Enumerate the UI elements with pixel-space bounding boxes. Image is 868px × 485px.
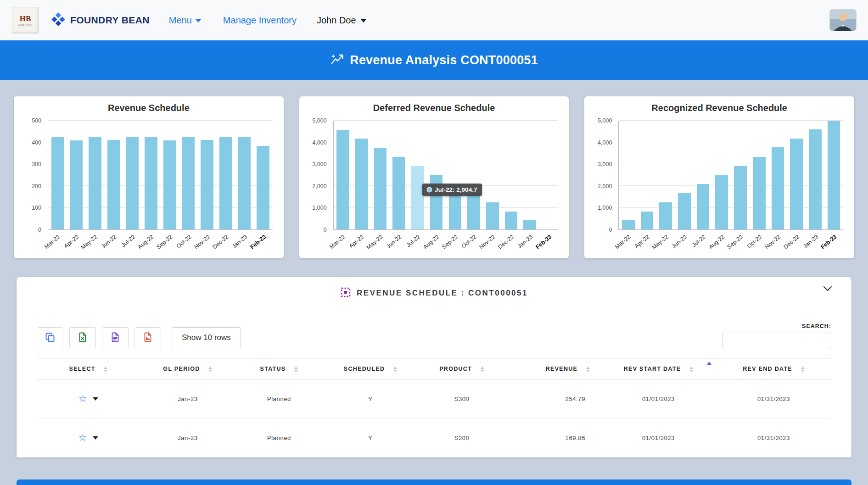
chart-card-recognized-revenue: Recognized Revenue Schedule 01,0002,0003… — [584, 96, 854, 258]
user-dropdown[interactable]: John Doe — [317, 15, 366, 26]
page-title: Revenue Analysis CONT000051 — [350, 53, 538, 67]
table-body: ☆Jan-23PlannedYS300254.7901/01/202301/31… — [37, 379, 831, 457]
bar-nov-22[interactable] — [486, 202, 499, 229]
bar-may-22[interactable] — [659, 202, 672, 229]
company-logo-subtext: COMPANY — [18, 23, 33, 26]
manage-inventory-link[interactable]: Manage Inventory — [223, 15, 297, 26]
bar-slot — [521, 121, 539, 229]
y-tick-label: 0 — [609, 227, 612, 233]
bar-slot — [254, 121, 273, 229]
bar-slot — [787, 121, 806, 229]
column-header-gl-period[interactable]: GL PERIOD — [140, 359, 235, 379]
excel-icon — [77, 332, 88, 344]
tooltip-text: Jul-22: 2,904.7 — [435, 186, 477, 193]
bar-jun-22[interactable] — [107, 140, 120, 229]
bar-dec-22[interactable] — [505, 212, 518, 229]
bar-apr-22[interactable] — [70, 140, 83, 229]
bar-may-22[interactable] — [89, 137, 101, 229]
cell: 01/01/2023 — [601, 418, 716, 457]
bar-mar-22[interactable] — [51, 137, 64, 229]
y-tick-label: 0 — [324, 227, 327, 233]
export-pdf-button[interactable] — [134, 327, 161, 348]
bar-mar-22[interactable] — [336, 130, 349, 229]
column-header-rev-start-date[interactable]: REV START DATE — [601, 359, 716, 379]
bar-oct-22[interactable] — [182, 137, 195, 229]
cell: 01/31/2023 — [716, 379, 831, 418]
bar-apr-22[interactable] — [355, 139, 368, 229]
bar-slot — [824, 121, 843, 229]
sort-icon — [393, 367, 397, 372]
column-label: REV START DATE — [624, 366, 681, 372]
menu-dropdown[interactable]: Menu — [169, 15, 201, 26]
foundry-bean-logo[interactable]: FOUNDRY BEAN — [50, 11, 150, 29]
panel-grid-icon — [340, 287, 351, 300]
row-expand-caret-icon[interactable] — [93, 436, 98, 440]
bar-jul-22[interactable] — [126, 137, 139, 229]
column-header-scheduled[interactable]: SCHEDULED — [323, 359, 418, 379]
bar-aug-22[interactable] — [715, 175, 728, 230]
y-tick-label: 2,000 — [598, 183, 612, 190]
y-tick-label: 400 — [32, 139, 41, 146]
chart-title: Revenue Schedule — [22, 103, 275, 113]
column-label: STATUS — [260, 366, 286, 372]
bar-feb-23[interactable] — [828, 121, 840, 229]
export-excel-button[interactable] — [69, 327, 96, 348]
bar-jul-22[interactable] — [411, 166, 424, 229]
next-panel-header-strip — [17, 479, 851, 485]
y-tick-label: 3,000 — [312, 161, 326, 167]
bar-aug-22[interactable] — [145, 137, 157, 229]
bar-slot — [427, 121, 446, 229]
bar-jul-22[interactable] — [697, 184, 710, 229]
doc-icon — [110, 332, 121, 344]
bar-jan-23[interactable] — [523, 220, 536, 229]
sort-icon — [294, 367, 298, 372]
bar-jun-22[interactable] — [678, 193, 691, 229]
bar-nov-22[interactable] — [772, 147, 784, 229]
analysis-icon — [330, 53, 344, 67]
y-tick-label: 5,000 — [598, 117, 612, 124]
bar-jan-23[interactable] — [238, 137, 251, 229]
y-tick-label: 4,000 — [598, 139, 612, 146]
favorite-star-icon[interactable]: ☆ — [78, 432, 87, 443]
cell: Jan-23 — [140, 418, 235, 457]
column-header-product[interactable]: PRODUCT — [418, 359, 505, 379]
y-tick-label: 100 — [32, 205, 41, 211]
bar-slot — [750, 121, 768, 229]
panel-collapse-button[interactable] — [823, 286, 832, 293]
bar-dec-22[interactable] — [790, 139, 803, 229]
bar-sep-22[interactable] — [734, 166, 747, 229]
bar-may-22[interactable] — [374, 148, 387, 229]
bar-sep-22[interactable] — [163, 140, 176, 229]
y-axis: 01,0002,0003,0004,0005,000 — [308, 121, 330, 230]
bar-mar-22[interactable] — [622, 220, 635, 229]
show-rows-button[interactable]: Show 10 rows — [172, 327, 241, 348]
bar-nov-22[interactable] — [201, 140, 213, 229]
bar-slot — [539, 121, 558, 229]
bar-oct-22[interactable] — [467, 193, 480, 229]
copy-button[interactable] — [37, 327, 63, 348]
favorite-star-icon[interactable]: ☆ — [78, 393, 87, 404]
bar-oct-22[interactable] — [753, 157, 766, 229]
copy-icon — [45, 332, 56, 344]
bar-slot — [142, 121, 161, 229]
bar-slot — [446, 121, 465, 229]
bar-jan-23[interactable] — [809, 129, 822, 229]
bar-slot — [352, 121, 371, 229]
column-header-status[interactable]: STATUS — [235, 359, 323, 379]
bar-dec-22[interactable] — [219, 137, 232, 229]
row-expand-caret-icon[interactable] — [93, 397, 98, 401]
bar-slot — [619, 121, 638, 229]
column-header-rev-end-date[interactable]: REV END DATE — [716, 359, 831, 379]
column-header-select[interactable]: SELECT — [37, 359, 140, 379]
bar-feb-23[interactable] — [257, 146, 269, 229]
column-header-revenue[interactable]: REVENUE — [505, 359, 601, 379]
export-doc-button[interactable] — [102, 327, 129, 348]
bar-apr-22[interactable] — [641, 212, 654, 229]
search-input[interactable] — [722, 333, 831, 348]
avatar[interactable] — [830, 10, 856, 31]
bar-jun-22[interactable] — [392, 157, 405, 229]
bar-slot — [160, 121, 179, 229]
company-logo[interactable]: HB COMPANY — [12, 7, 39, 33]
y-axis: 01,0002,0003,0004,0005,000 — [593, 121, 616, 230]
column-label: SELECT — [69, 366, 95, 372]
